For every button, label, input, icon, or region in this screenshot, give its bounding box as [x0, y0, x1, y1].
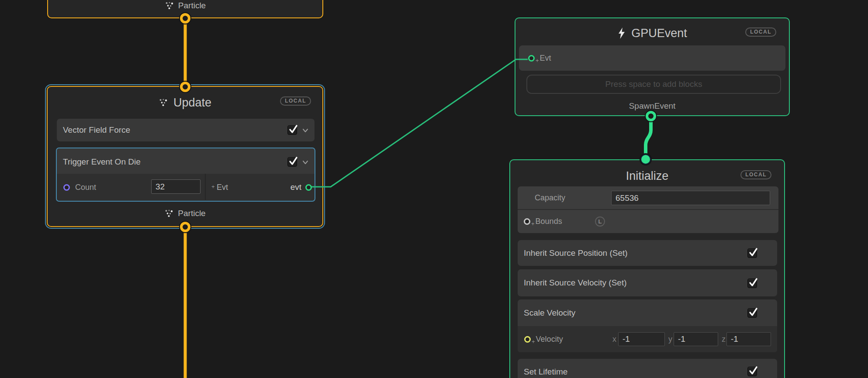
particle-icon [165, 1, 174, 10]
initialize-settings-group: Capacity 65536 + Bounds L [518, 186, 778, 233]
node-title: GPUEvent [631, 27, 687, 40]
z-axis-label: z [722, 335, 726, 344]
capacity-field[interactable]: 65536 [611, 191, 770, 205]
gpuevent-evt-row: + Evt [519, 45, 785, 71]
node-title: Update [173, 96, 211, 110]
block-trigger-event-on-die[interactable]: Trigger Event On Die Count 32 + Evt evt [56, 148, 315, 202]
y-axis-label: y [668, 335, 672, 344]
flow-anchor-label: Particle [178, 209, 205, 218]
node-title: Initialize [626, 169, 669, 183]
evt-output-port[interactable] [305, 184, 312, 191]
chevron-down-icon[interactable] [302, 127, 309, 134]
block-inherit-source-velocity[interactable]: Inherit Source Velocity (Set) [518, 269, 777, 296]
block-vector-field-force[interactable]: Vector Field Force [57, 119, 315, 141]
block-label: Scale Velocity [518, 308, 575, 318]
flow-anchor-particle: Particle [48, 209, 322, 218]
velocity-label: Velocity [536, 335, 563, 344]
count-field[interactable]: 32 [151, 179, 201, 194]
velocity-x-field[interactable]: -1 [618, 332, 665, 346]
count-value: 32 [156, 182, 165, 192]
velocity-z-value: -1 [731, 334, 738, 344]
block-label: Inherit Source Position (Set) [518, 248, 628, 258]
evt-out-label: evt [290, 182, 301, 192]
add-blocks-placeholder[interactable]: Press space to add blocks [526, 75, 781, 94]
local-badge: LOCAL [745, 27, 776, 37]
node-update[interactable]: Update LOCAL Vector Field Force Trigger … [47, 86, 323, 227]
plus-glyph: + [211, 183, 215, 190]
block-label: Set Lifetime [518, 367, 567, 377]
block-enabled-checkbox[interactable] [747, 248, 757, 258]
divider [205, 174, 206, 200]
block-set-lifetime[interactable]: Set Lifetime [518, 359, 777, 378]
evt-input-port[interactable] [528, 55, 535, 62]
block-enabled-checkbox[interactable] [747, 367, 757, 376]
vfx-graph-canvas[interactable]: Particle Update LOCAL Vector Field Force [0, 0, 868, 378]
block-enabled-checkbox[interactable] [287, 125, 297, 135]
bounds-input-port[interactable] [524, 218, 530, 225]
count-label: Count [75, 183, 96, 192]
block-enabled-checkbox[interactable] [747, 278, 757, 288]
chevron-down-icon[interactable] [302, 159, 309, 166]
l-badge-text: L [598, 218, 602, 225]
velocity-input-port[interactable] [524, 336, 531, 343]
evt-port-label: Evt [540, 54, 551, 63]
bounds-label: Bounds [536, 217, 562, 226]
count-input-port[interactable] [63, 184, 70, 191]
block-label: Inherit Source Velocity (Set) [518, 278, 627, 288]
block-enabled-checkbox[interactable] [747, 308, 757, 318]
node-particle-top[interactable]: Particle [47, 0, 323, 18]
edge-evt-to-gpuevent [311, 59, 528, 187]
block-inherit-source-position[interactable]: Inherit Source Position (Set) [518, 240, 777, 266]
block-label: Vector Field Force [57, 125, 130, 135]
particle-icon [159, 98, 168, 107]
x-axis-label: x [612, 335, 616, 344]
plus-glyph: + [536, 57, 539, 64]
block-label: Trigger Event On Die [57, 157, 141, 167]
local-badge: LOCAL [740, 170, 771, 179]
capacity-value: 65536 [616, 193, 639, 203]
velocity-y-value: -1 [678, 334, 685, 344]
capacity-row: Capacity 65536 [518, 186, 778, 209]
velocity-row: + Velocity x -1 y -1 z -1 [518, 326, 777, 352]
lightning-icon [617, 27, 626, 39]
trigger-event-properties-row: Count 32 + Evt evt [57, 174, 315, 201]
flow-anchor-label: SpawnEvent [629, 101, 676, 111]
bounds-row: + Bounds L [518, 210, 778, 233]
plus-glyph: + [531, 220, 535, 227]
flow-anchor-label: Particle [178, 1, 206, 10]
block-enabled-checkbox[interactable] [287, 157, 297, 167]
block-scale-velocity[interactable]: Scale Velocity + Velocity x -1 y -1 z - [518, 299, 777, 352]
velocity-z-field[interactable]: -1 [726, 332, 771, 346]
local-badge: LOCAL [280, 96, 311, 106]
velocity-x-value: -1 [622, 334, 630, 344]
node-initialize[interactable]: Initialize LOCAL Capacity 65536 + Bounds… [509, 159, 785, 378]
evt-in-label: Evt [217, 183, 228, 192]
flow-anchor-particle: Particle [48, 1, 322, 10]
flow-anchor-spawnevent: SpawnEvent [515, 101, 789, 111]
capacity-label: Capacity [535, 193, 565, 203]
plus-glyph: + [532, 338, 535, 345]
edge-gpuevent-to-initialize [646, 116, 651, 159]
bounds-l-badge[interactable]: L [595, 216, 605, 227]
placeholder-text: Press space to add blocks [605, 79, 702, 89]
velocity-y-field[interactable]: -1 [674, 332, 718, 346]
node-gpuevent[interactable]: GPUEvent LOCAL + Evt Press space to add … [515, 17, 790, 116]
particle-icon [164, 209, 174, 218]
